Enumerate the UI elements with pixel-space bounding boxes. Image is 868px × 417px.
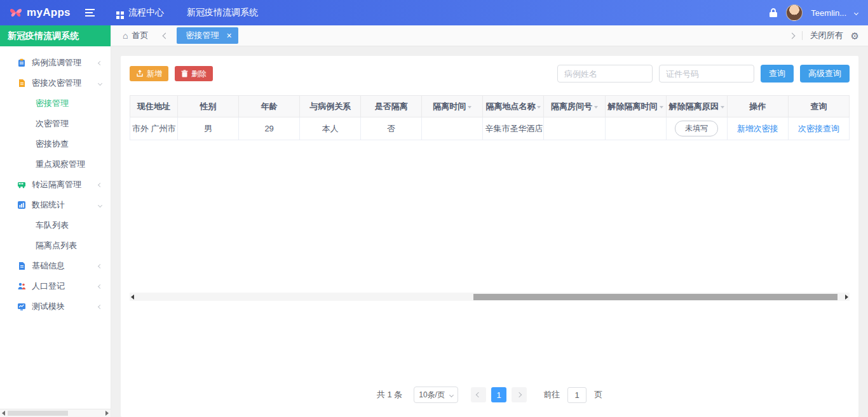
sidebar-item-case-investigation[interactable]: 病例流调管理 [0,53,111,73]
nav-process-center[interactable]: 流程中心 [105,0,175,25]
sort-icon[interactable] [594,106,598,109]
sidebar-horizontal-scrollbar[interactable] [0,409,111,417]
sidebar: 新冠疫情流调系统 病例流调管理 密接次密管理 密接管理 次密管理 密接协查 [0,25,111,417]
chevron-left-icon [98,182,102,187]
chevron-down-icon [449,392,454,397]
sort-icon[interactable] [468,106,471,109]
sidebar-subitem-contact-assist[interactable]: 密接协查 [0,134,111,154]
cell-address: 市外 广州市 [130,117,178,140]
table-row: 市外 广州市 男 29 本人 否 辛集市圣华酒店管理 未填写 新增次密接 [130,117,850,140]
close-all-button[interactable]: 关闭所有 [810,30,843,41]
nav-label: 新冠疫情流调系统 [187,7,258,18]
toolbar-search-group: 查询 高级查询 [557,65,850,83]
lock-icon[interactable] [769,8,778,18]
sidebar-subitem-contact-mgmt[interactable]: 密接管理 [0,93,111,114]
sidebar-item-close-contact-mgmt[interactable]: 密接次密管理 [0,73,111,93]
sidebar-title: 新冠疫情流调系统 [0,25,111,46]
butterfly-logo-icon [9,7,23,18]
blue-document-icon [17,261,26,270]
col-header-release-time[interactable]: 解除隔离时间 [605,96,666,117]
cell-query: 次密接查询 [788,117,849,140]
sidebar-item-transfer-isolation[interactable]: 转运隔离管理 [0,175,111,195]
search-button[interactable]: 查询 [761,65,794,83]
tab-scroll-left-arrow[interactable] [163,32,169,39]
sidebar-item-data-statistics[interactable]: 数据统计 [0,195,111,215]
add-secondary-contact-link[interactable]: 新增次密接 [737,124,778,133]
goto-label: 前往 [543,389,560,400]
sidebar-item-label: 基础信息 [32,260,93,272]
tab-home[interactable]: ⌂ 首页 [123,30,148,41]
chevron-left-icon [476,392,481,397]
sidebar-item-test-module[interactable]: 测试模块 [0,296,111,317]
sidebar-item-basic-info[interactable]: 基础信息 [0,256,111,276]
secondary-contact-query-link[interactable]: 次密接查询 [798,124,839,133]
scroll-right-arrow[interactable] [845,295,848,300]
goto-page-input[interactable] [567,387,587,403]
chevron-left-icon [98,304,102,308]
total-count: 共 1 条 [377,389,402,400]
monitor-chart-icon [17,302,26,311]
sidebar-collapse-button[interactable] [85,9,95,17]
scrollbar-track[interactable] [6,409,104,417]
cell-isolation-time [422,117,483,140]
content-area: 新增 删除 查询 高级查询 [111,46,868,417]
case-name-input[interactable] [557,65,653,83]
col-header-release-reason[interactable]: 解除隔离原因 [666,96,727,117]
sidebar-subitem-fleet-list[interactable]: 车队列表 [0,215,111,235]
sidebar-subitem-isolation-point-list[interactable]: 隔离点列表 [0,235,111,256]
sidebar-item-label: 转运隔离管理 [32,179,93,190]
avatar[interactable] [786,4,803,21]
cell-release-time [605,117,666,140]
delete-button[interactable]: 删除 [175,66,213,81]
orange-document-icon [17,79,26,88]
chevron-left-icon [98,284,102,288]
col-header-isolated: 是否隔离 [361,96,422,117]
sort-icon[interactable] [660,106,663,109]
close-icon[interactable]: × [226,31,231,40]
sort-icon[interactable] [537,106,541,109]
not-filled-tag: 未填写 [675,121,718,136]
cell-isolated: 否 [361,117,422,140]
scroll-right-arrow[interactable] [105,411,109,416]
sidebar-menu: 病例流调管理 密接次密管理 密接管理 次密管理 密接协查 重点观察管理 [0,46,111,409]
topbar: myApps 流程中心 新冠疫情流调系统 Teemlin... [0,0,868,25]
divider [802,31,803,40]
toolbar: 新增 删除 查询 高级查询 [130,65,850,83]
sidebar-item-label: 人口登记 [32,281,93,292]
col-header-gender: 性别 [178,96,239,117]
grid-icon [116,11,119,15]
gear-icon[interactable]: ⚙ [851,31,859,41]
tab-scroll-right-arrow[interactable] [789,32,795,39]
sidebar-subitem-secondary-contact-mgmt[interactable]: 次密管理 [0,114,111,134]
scrollbar-thumb[interactable] [473,294,837,300]
table-horizontal-scrollbar[interactable] [130,293,850,301]
col-header-isolation-time[interactable]: 隔离时间 [422,96,483,117]
col-header-isolation-place[interactable]: 隔离地点名称 [483,96,544,117]
advanced-search-button[interactable]: 高级查询 [800,65,850,83]
tab-contact-mgmt[interactable]: 密接管理 × [177,27,238,44]
username[interactable]: Teemlin... [811,8,846,18]
next-page-button[interactable] [512,387,527,402]
scrollbar-thumb[interactable] [8,411,68,416]
cell-relation: 本人 [300,117,361,140]
chevron-down-icon[interactable] [854,10,858,15]
cell-age: 29 [239,117,300,140]
sidebar-subitem-key-observation[interactable]: 重点观察管理 [0,154,111,175]
page-size-select[interactable]: 10条/页 [414,387,458,403]
nav-covid-system[interactable]: 新冠疫情流调系统 [175,0,269,25]
table-zone: 现住地址 性别 年龄 与病例关系 是否隔离 隔离时间 隔离地点名称 隔离房间号 … [130,95,850,293]
prev-page-button[interactable] [471,387,486,402]
home-icon: ⌂ [123,31,128,40]
col-header-room-number[interactable]: 隔离房间号 [544,96,605,117]
top-navigation: 流程中心 新冠疫情流调系统 [105,0,269,25]
sidebar-item-population-registry[interactable]: 人口登记 [0,276,111,296]
sort-icon[interactable] [721,106,724,109]
col-header-query: 查询 [788,96,849,117]
id-number-input[interactable] [659,65,754,83]
app-logo[interactable]: myApps [0,6,76,19]
page-1-button[interactable]: 1 [491,387,506,402]
add-button[interactable]: 新增 [130,66,168,81]
scroll-left-arrow[interactable] [2,411,5,416]
chevron-down-icon [98,81,102,85]
scrollbar-track[interactable] [134,293,845,301]
